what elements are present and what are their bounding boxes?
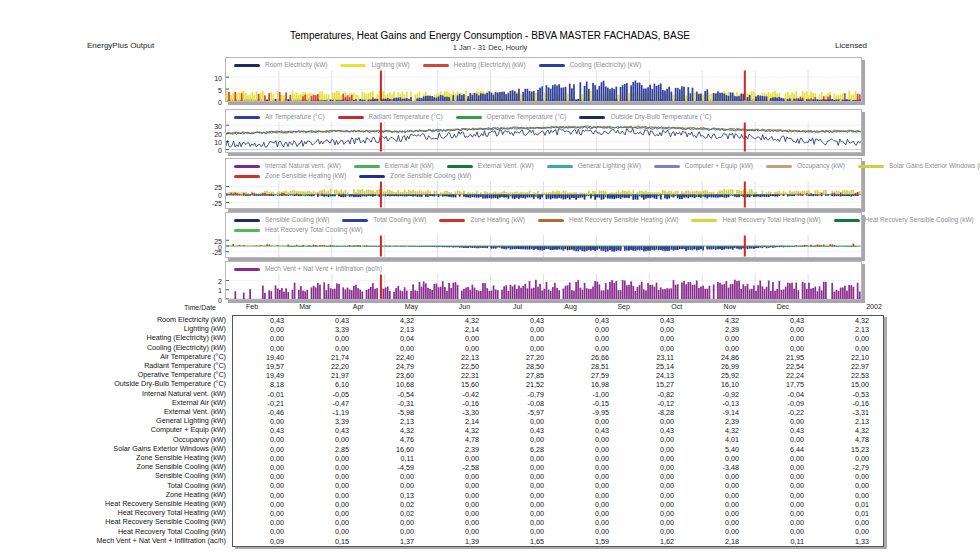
- table-cell: 0,00: [753, 334, 818, 343]
- series-legend-label: Sensible Cooling (kW): [265, 215, 329, 225]
- table-row-label: Zone Sensible Heating (kW): [0, 453, 229, 462]
- table-row: 0,090,151,371,391,651,591,622,180,111,33: [233, 537, 883, 546]
- table-cell: 21,74: [298, 353, 363, 362]
- legend-item: Heat Recovery Sensible Heating (kW): [538, 215, 678, 225]
- table-cell: 0,00: [298, 527, 363, 536]
- table-cell: 0,00: [233, 500, 298, 509]
- table-cell: 0,00: [558, 454, 623, 463]
- table-cell: -3,31: [818, 408, 883, 417]
- table-cell: 28,50: [493, 362, 558, 371]
- table-cell: 0,00: [558, 518, 623, 527]
- table-cell: 0,00: [298, 491, 363, 500]
- legend-item: Cooling (Electricity) (kW): [539, 60, 642, 70]
- chart-svg[interactable]: [226, 181, 861, 208]
- table-cell: 0,00: [688, 481, 753, 490]
- table-row: 0,000,000,000,000,000,000,000,000,000,00: [233, 481, 883, 490]
- table-row-label: Operative Temperature (°C): [0, 370, 229, 379]
- table-row-label: General Lighting (kW): [0, 416, 229, 425]
- series-swatch-icon: [234, 268, 260, 271]
- table-cell: 0,00: [688, 518, 753, 527]
- table-row-label: External Air (kW): [0, 398, 229, 407]
- table-cell: 16,60: [363, 445, 428, 454]
- legend-item: Sensible Cooling (kW): [234, 215, 329, 225]
- event-spike: [744, 123, 746, 152]
- series-swatch-icon: [234, 219, 260, 222]
- event-spike: [744, 236, 746, 257]
- series-swatch-icon: [354, 165, 380, 168]
- series-swatch-icon: [547, 165, 573, 168]
- legend-row: Heat Recovery Total Cooling (kW): [234, 225, 857, 235]
- table-row-label: Cooling (Electricity) (kW): [0, 343, 229, 352]
- chart-svg[interactable]: [226, 274, 861, 299]
- y-tick-label: 0: [198, 297, 222, 304]
- table-row-label: Room Electricity (kW): [0, 315, 229, 324]
- chart-svg[interactable]: [226, 122, 861, 152]
- series-legend-label: Lighting (kW): [371, 60, 409, 70]
- table-row: 8,186,1010,6815,6021,5216,9815,2716,1017…: [233, 380, 883, 389]
- table-cell: 0,00: [298, 509, 363, 518]
- table-cell: 0,00: [493, 500, 558, 509]
- y-tick-label: 2: [198, 278, 222, 285]
- table-cell: 3,39: [298, 417, 363, 426]
- table-cell: 21,95: [753, 353, 818, 362]
- table-cell: 0,00: [753, 463, 818, 472]
- table-row: 0,000,000,040,000,000,000,000,000,000,00: [233, 334, 883, 343]
- table-cell: 25,14: [623, 362, 688, 371]
- table-cell: 0,00: [688, 334, 753, 343]
- table-cell: 0,00: [623, 454, 688, 463]
- table-cell: 0,43: [298, 426, 363, 435]
- table-cell: 0,00: [558, 417, 623, 426]
- event-spike: [380, 182, 382, 208]
- chart-1-plot[interactable]: [226, 70, 861, 101]
- event-spike: [380, 71, 382, 101]
- table-cell: 0,00: [233, 454, 298, 463]
- table-row-label: Sensible Cooling (kW): [0, 471, 229, 480]
- table-row: 0,430,434,324,320,430,430,434,320,434,32: [233, 426, 883, 435]
- chart-5-plot[interactable]: [226, 274, 861, 299]
- series-swatch-icon: [539, 64, 565, 67]
- series-legend-label: Heat Recovery Sensible Heating (kW): [569, 215, 678, 225]
- table-cell: 0,02: [363, 500, 428, 509]
- chart-3-plot[interactable]: [226, 181, 861, 208]
- chart-4-plot[interactable]: [226, 235, 861, 257]
- table-cell: 22,24: [753, 371, 818, 380]
- table-cell: 22,40: [363, 353, 428, 362]
- legend-item: Mech Vent + Nat Vent + Infiltration (ac/…: [234, 264, 382, 274]
- table-cell: 21,97: [298, 371, 363, 380]
- table-row-label: Mech Vent + Nat Vent + Infiltration (ac/…: [0, 536, 229, 545]
- table-cell: 24,13: [623, 371, 688, 380]
- table-cell: -0,53: [818, 390, 883, 399]
- table-cell: 17,75: [753, 380, 818, 389]
- table-row-label: Outside Dry-Bulb Temperature (°C): [0, 379, 229, 388]
- month-label: Feb: [237, 303, 267, 310]
- chart-panel-2: Air Temperature (°C)Radiant Temperature …: [225, 109, 862, 153]
- table-cell: 0,00: [558, 325, 623, 334]
- legend-item: Air Temperature (°C): [234, 112, 325, 122]
- table-cell: 0,00: [688, 527, 753, 536]
- table-cell: 22,20: [298, 362, 363, 371]
- table-cell: 8,18: [233, 380, 298, 389]
- legend-row: Internal Natural vent. (kW)External Air …: [234, 161, 857, 171]
- table-cell: 2,39: [428, 445, 493, 454]
- table-cell: 0,00: [493, 325, 558, 334]
- table-cell: 0,00: [753, 417, 818, 426]
- table-cell: 0,00: [493, 463, 558, 472]
- table-cell: 21,52: [493, 380, 558, 389]
- page-title: Temperatures, Heat Gains and Energy Cons…: [0, 30, 980, 41]
- table-cell: -0,21: [233, 399, 298, 408]
- table-cell: 0,00: [688, 500, 753, 509]
- chart-svg[interactable]: [226, 70, 861, 101]
- table-cell: -3,48: [688, 463, 753, 472]
- table-cell: 0,13: [363, 491, 428, 500]
- chart-2-plot[interactable]: [226, 122, 861, 152]
- table-cell: -1,00: [558, 390, 623, 399]
- table-cell: 0,00: [558, 527, 623, 536]
- table-row: 0,003,392,132,140,000,000,002,390,002,13: [233, 325, 883, 334]
- table-cell: 0,00: [558, 500, 623, 509]
- chart-svg[interactable]: [226, 235, 861, 257]
- table-row-label: Heating (Electricity) (kW): [0, 333, 229, 342]
- table-cell: -0,54: [363, 390, 428, 399]
- table-cell: 0,00: [753, 509, 818, 518]
- y-tick-label: -25: [198, 200, 222, 207]
- event-spike: [380, 236, 382, 257]
